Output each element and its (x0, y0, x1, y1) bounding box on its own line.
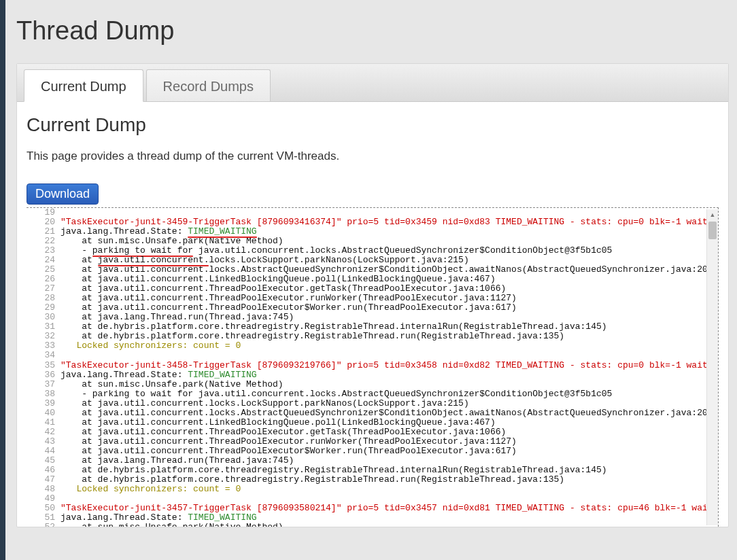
thread-dump-text: 1920"TaskExecutor-junit-3459-TriggerTask… (27, 208, 718, 527)
stack-frame: at java.util.concurrent.ThreadPoolExecut… (61, 436, 517, 447)
line-number: 42 (27, 427, 61, 437)
line-number: 47 (27, 475, 61, 485)
section-title: Current Dump (27, 114, 719, 136)
highlighted-fragment: parking to wait for (92, 246, 193, 256)
left-sidebar-sliver (0, 0, 5, 560)
line-number: 44 (27, 447, 61, 456)
highlighted-fragment: java.util.concurrent. (98, 256, 209, 265)
line-number: 46 (27, 466, 61, 475)
stack-frame: at de.hybris.platform.core.threadregistr… (61, 465, 607, 475)
line-number: 43 (27, 437, 61, 447)
stack-frame: at java.util.concurrent.ThreadPoolExecut… (61, 427, 506, 437)
stack-frame: at sun.misc.Unsafe.park(Native Method) (61, 522, 284, 527)
scrollbar-thumb[interactable] (708, 222, 717, 239)
line-number: 28 (27, 294, 61, 303)
stack-frame: at de.hybris.platform.core.threadregistr… (61, 331, 564, 341)
line-number: 35 (27, 361, 61, 370)
stack-frame: at java.util.concurrent.locks.AbstractQu… (61, 408, 719, 418)
line-number: 51 (27, 513, 61, 523)
stack-frame: at java.util.concurrent.locks.LockSuppor… (61, 398, 469, 408)
line-number: 50 (27, 504, 61, 513)
stack-frame: at de.hybris.platform.core.threadregistr… (61, 474, 564, 485)
tab-current-dump[interactable]: Current Dump (24, 69, 143, 102)
line-number: 31 (27, 322, 61, 332)
line-number: 20 (27, 217, 61, 227)
stack-frame: at java.util.concurrent.ThreadPoolExecut… (61, 283, 506, 294)
section-description: This page provides a thread dump of the … (27, 150, 719, 163)
line-number: 24 (27, 256, 61, 265)
line-number: 38 (27, 389, 61, 399)
line-number: 41 (27, 418, 61, 427)
line-number: 25 (27, 265, 61, 275)
line-number: 34 (27, 351, 61, 360)
stack-frame: at java.util.concurrent.LinkedBlockingQu… (61, 417, 496, 427)
stack-frame: at java.util.concurrent.ThreadPoolExecut… (61, 302, 517, 313)
line-number: 22 (27, 237, 61, 246)
tab-bar: Current Dump Record Dumps (17, 64, 728, 102)
tab-record-dumps[interactable]: Record Dumps (146, 69, 271, 101)
line-number: 33 (27, 341, 61, 351)
line-number: 27 (27, 284, 61, 294)
page-title: Thread Dump (16, 16, 729, 46)
locked-synchronizers: Locked synchronizers: count = 0 (61, 340, 241, 351)
thread-header: "TaskExecutor-junit-3457-TriggerTask [87… (61, 503, 719, 513)
line-number: 19 (27, 208, 61, 217)
thread-dump-viewport: 1920"TaskExecutor-junit-3459-TriggerTask… (27, 207, 719, 527)
locked-synchronizers: Locked synchronizers: count = 0 (61, 484, 241, 494)
stack-frame: at java.lang.Thread.run(Thread.java:745) (61, 455, 294, 466)
download-button[interactable]: Download (27, 183, 99, 205)
line-number: 29 (27, 303, 61, 313)
stack-frame: at java.lang.Thread.run(Thread.java:745) (61, 312, 294, 322)
stack-frame: - parking to wait for java.util.concurre… (61, 389, 612, 399)
line-number: 26 (27, 275, 61, 284)
line-number: 48 (27, 485, 61, 494)
thread-header: "TaskExecutor-junit-3458-TriggerTask [87… (61, 360, 719, 370)
line-number: 49 (27, 494, 61, 504)
line-number: 32 (27, 332, 61, 341)
stack-frame: at sun.misc.Unsafe.park(Native Method) (61, 379, 284, 389)
thread-state: TIMED_WAITING (188, 370, 256, 380)
main-panel: Current Dump Record Dumps Current Dump T… (16, 63, 729, 527)
thread-state: TIMED_WAITING (188, 227, 256, 237)
line-number: 30 (27, 313, 61, 322)
stack-frame: at java.util.concurrent.LinkedBlockingQu… (61, 274, 496, 284)
thread-header: "TaskExecutor-junit-3459-TriggerTask [87… (61, 217, 719, 227)
line-number: 36 (27, 370, 61, 380)
stack-frame: at java.util.concurrent.ThreadPoolExecut… (61, 446, 517, 456)
scrollbar-arrow-up-icon[interactable]: ▲ (707, 212, 718, 218)
line-number: 39 (27, 399, 61, 408)
line-number: 37 (27, 380, 61, 389)
stack-frame: at de.hybris.platform.core.threadregistr… (61, 321, 607, 332)
line-number: 52 (27, 523, 61, 527)
line-number: 40 (27, 408, 61, 418)
line-number: 21 (27, 227, 61, 237)
line-number: 23 (27, 246, 61, 256)
stack-frame: at java.util.concurrent.ThreadPoolExecut… (61, 293, 517, 303)
scrollbar-vertical[interactable]: ▲ (706, 209, 718, 525)
line-number: 45 (27, 456, 61, 466)
thread-state: TIMED_WAITING (188, 512, 256, 523)
